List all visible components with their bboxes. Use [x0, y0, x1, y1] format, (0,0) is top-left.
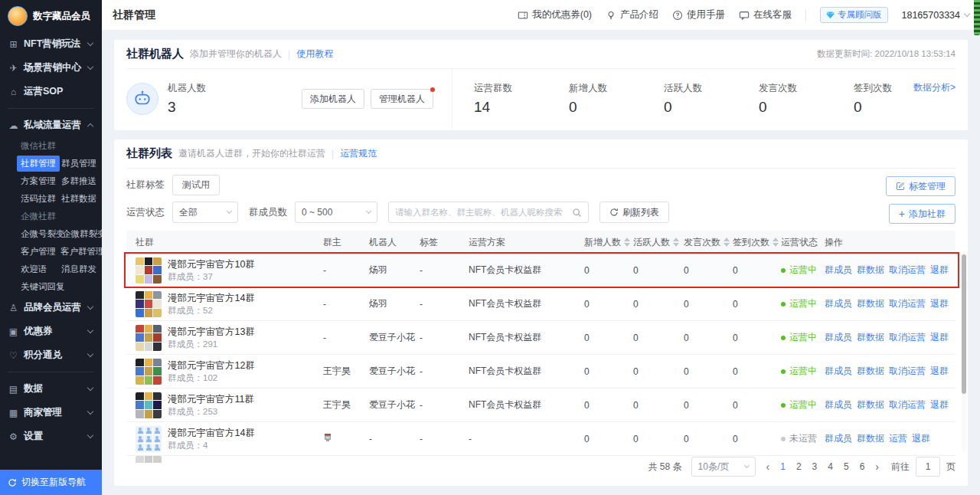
group-name[interactable]: 漫部元宇宙官方13群	[168, 325, 255, 339]
sort-desc-icon[interactable]	[673, 243, 679, 247]
sidebar-item-data[interactable]: ▤数据	[0, 377, 102, 401]
page-number-2[interactable]: 2	[796, 461, 802, 472]
column-header-messages[interactable]: 发言次数	[684, 236, 733, 249]
sidebar-subitem-multi-group-push[interactable]: 多群推送	[61, 175, 102, 187]
sidebar-item-brand-member-operation[interactable]: ♙品牌会员运营	[0, 296, 102, 320]
sidebar-subitem-message-broadcast[interactable]: 消息群发	[61, 264, 102, 275]
group-name[interactable]: 漫部元宇宙官方14群	[168, 426, 255, 441]
switch-new-nav-button[interactable]: 切换至新版导航	[0, 470, 102, 495]
page-number-6[interactable]: 6	[860, 461, 865, 472]
sidebar-subitem-customer-management[interactable]: 客户管理	[21, 246, 60, 257]
action-link[interactable]: 群数据	[857, 331, 884, 344]
member-count-select[interactable]: 0 ~ 500	[295, 202, 377, 223]
sidebar-item-scene-marketing[interactable]: ✈场景营销中心	[0, 56, 102, 80]
action-link[interactable]: 群数据	[857, 432, 884, 445]
column-header-new-members[interactable]: 新增人数	[584, 236, 633, 249]
status-filter-select[interactable]: 全部	[172, 202, 238, 223]
action-link[interactable]: 群成员	[825, 398, 852, 411]
action-link[interactable]: 取消运营	[889, 297, 926, 310]
action-link[interactable]: 取消运营	[889, 264, 926, 277]
sort-desc-icon[interactable]	[724, 243, 730, 247]
sidebar-item-nft-marketing[interactable]: ⊞NFT营销玩法	[0, 32, 102, 56]
per-page-select[interactable]: 10条/页	[691, 457, 756, 477]
sidebar-subitem-wecom-account-fission[interactable]: 企微号裂变	[21, 228, 62, 240]
sidebar-subitem-keyword-reply[interactable]: 关键词回复	[21, 281, 62, 293]
sidebar-item-coupons[interactable]: ▣优惠券	[0, 320, 102, 343]
topbar-link-product-intro[interactable]: 产品介绍	[606, 8, 658, 21]
group-name[interactable]: 漫部元宇宙官方14群	[168, 291, 255, 306]
sort-asc-icon[interactable]	[624, 238, 630, 241]
sort-asc-icon[interactable]	[673, 238, 679, 241]
sort-asc-icon[interactable]	[724, 238, 730, 241]
page-number-4[interactable]: 4	[828, 461, 833, 472]
sidebar-subitem-customer-group-management[interactable]: 客户群管理	[60, 246, 102, 257]
data-analysis-link[interactable]: 数据分析>	[913, 81, 956, 94]
sort-icons[interactable]	[673, 238, 679, 247]
prev-page-button[interactable]: ‹	[766, 461, 770, 473]
sort-icons[interactable]	[624, 238, 630, 247]
page-number-1[interactable]: 1	[780, 461, 786, 472]
column-header-active-members[interactable]: 活跃人数	[633, 236, 684, 249]
action-link[interactable]: 群成员	[825, 264, 852, 277]
group-name[interactable]: 漫部元宇宙官方10群	[168, 257, 255, 272]
sidebar-item-operation-sop[interactable]: ⌂运营SOP	[0, 80, 102, 103]
sidebar-item-private-traffic[interactable]: ☁私域流量运营	[0, 113, 102, 137]
action-link[interactable]: 退群	[930, 297, 949, 310]
topbar-link-user-manual[interactable]: 使用手册	[672, 8, 725, 21]
manage-robot-button[interactable]: 管理机器人	[371, 89, 433, 109]
action-link[interactable]: 群数据	[857, 398, 884, 411]
sidebar-subitem-livecode-group[interactable]: 活码拉群	[21, 193, 61, 205]
action-link[interactable]: 取消运营	[889, 365, 926, 378]
action-link[interactable]: 取消运营	[889, 398, 926, 411]
sidebar-subitem-community-management[interactable]: 社群管理	[21, 158, 61, 169]
page-number-3[interactable]: 3	[812, 461, 818, 472]
action-link[interactable]: 群数据	[857, 264, 884, 277]
action-link[interactable]: 退群	[930, 264, 949, 277]
sidebar-subitem-plan-management[interactable]: 方案管理	[21, 175, 61, 187]
page-number-5[interactable]: 5	[844, 461, 849, 472]
refresh-list-button[interactable]: 刷新列表	[599, 202, 669, 223]
add-community-button[interactable]: + 添加社群	[889, 204, 956, 224]
group-name[interactable]: 漫部元宇宙官方12群	[168, 359, 255, 373]
action-link[interactable]: 运营	[889, 432, 907, 445]
sort-desc-icon[interactable]	[624, 243, 630, 247]
sort-desc-icon[interactable]	[773, 243, 779, 247]
topbar-link-online-service[interactable]: 在线客服	[739, 8, 792, 21]
next-page-button[interactable]: ›	[875, 461, 879, 473]
account-menu[interactable]: 18165703334	[902, 10, 969, 21]
group-name[interactable]: 漫部元宇宙官方11群	[168, 392, 254, 407]
goto-page-input[interactable]	[916, 457, 940, 477]
action-link[interactable]: 退群	[930, 331, 949, 344]
sort-icons[interactable]	[773, 238, 779, 247]
sidebar-item-merchant-management[interactable]: ▦商家管理	[0, 401, 102, 425]
action-link[interactable]: 群成员	[825, 331, 852, 344]
column-header-checkins[interactable]: 签到次数	[733, 236, 781, 249]
table-scrollbar-thumb[interactable]	[962, 254, 966, 394]
sort-icons[interactable]	[724, 238, 730, 247]
sidebar-subitem-welcome-message[interactable]: 欢迎语	[21, 264, 61, 275]
sidebar-item-points-exchange[interactable]: ♡积分通兑	[0, 343, 102, 367]
action-link[interactable]: 群数据	[857, 365, 884, 378]
operation-rules-link[interactable]: 运营规范	[340, 147, 377, 160]
sidebar-item-settings[interactable]: ⚙设置	[0, 425, 102, 448]
action-link[interactable]: 退群	[930, 365, 949, 378]
action-link[interactable]: 群成员	[825, 365, 852, 378]
action-link[interactable]: 群数据	[857, 297, 884, 310]
topbar-link-my-coupons[interactable]: 我的优惠券(0)	[518, 8, 592, 21]
tag-filter-option[interactable]: 测试用	[172, 175, 220, 195]
tutorial-link[interactable]: 使用教程	[296, 48, 333, 61]
action-link[interactable]: 群成员	[825, 432, 852, 445]
tag-manage-button[interactable]: 标签管理	[886, 176, 956, 196]
sidebar-subitem-wecom-group-fission[interactable]: 企微群裂变	[62, 228, 102, 240]
sidebar-subitem-member-management[interactable]: 群员管理	[61, 158, 102, 169]
search-icon[interactable]	[572, 208, 582, 218]
sort-asc-icon[interactable]	[773, 238, 779, 241]
advisor-version-badge[interactable]: 专属顾问版	[820, 7, 888, 23]
search-input[interactable]	[395, 208, 572, 217]
add-robot-button[interactable]: 添加机器人	[302, 89, 364, 109]
sidebar-subitem-community-data[interactable]: 社群数据	[61, 193, 102, 205]
action-link[interactable]: 群成员	[825, 297, 852, 310]
action-link[interactable]: 退群	[930, 398, 949, 411]
action-link[interactable]: 取消运营	[889, 331, 926, 344]
action-link[interactable]: 退群	[912, 432, 930, 445]
